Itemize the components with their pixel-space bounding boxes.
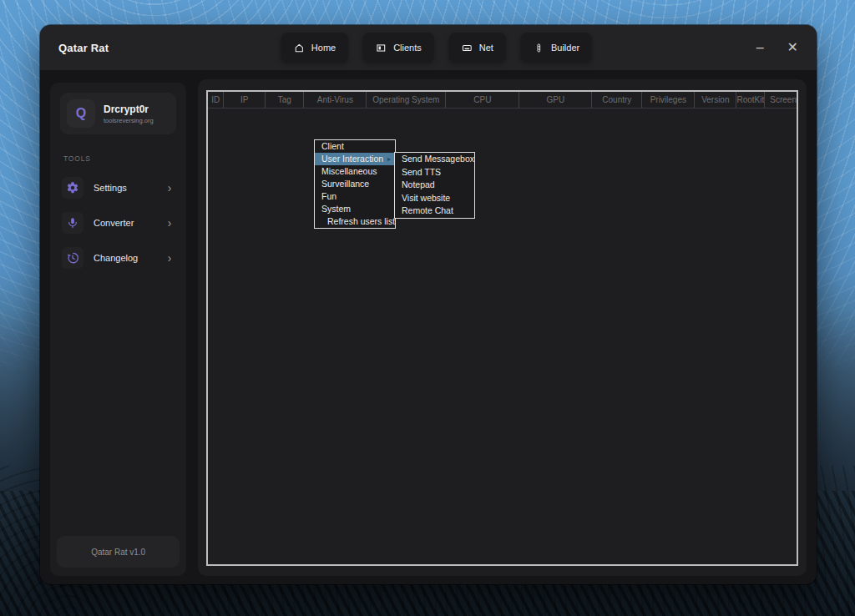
chevron-right-icon: › bbox=[168, 252, 175, 264]
context-menu-item-miscellaneous[interactable]: Miscellaneous bbox=[315, 165, 395, 178]
nav-builder-label: Builder bbox=[551, 43, 579, 53]
minimize-icon[interactable]: – bbox=[753, 38, 767, 58]
column-header-country[interactable]: Country bbox=[592, 92, 642, 108]
profile-text: Drcrypt0r toolsreversing.org bbox=[104, 104, 154, 124]
profile-card[interactable]: Q Drcrypt0r toolsreversing.org bbox=[60, 93, 176, 134]
chevron-right-icon: › bbox=[168, 217, 175, 229]
version-badge: Qatar Rat v1.0 bbox=[57, 536, 180, 568]
home-icon bbox=[294, 43, 305, 53]
submenu-item-notepad[interactable]: Notepad bbox=[395, 179, 474, 192]
submenu-item-send-messagebox[interactable]: Send Messagebox bbox=[395, 153, 474, 166]
close-icon[interactable]: ✕ bbox=[784, 38, 802, 58]
table-header-row: ID IP Tag Anti-Virus Operating System CP… bbox=[208, 92, 797, 109]
profile-subtitle: toolsreversing.org bbox=[104, 117, 154, 124]
sidebar-item-settings[interactable]: Settings › bbox=[57, 171, 180, 204]
sidebar: Q Drcrypt0r toolsreversing.org TOOLS Set… bbox=[50, 83, 186, 576]
avatar-initial: Q bbox=[76, 106, 86, 121]
column-header-os[interactable]: Operating System bbox=[367, 92, 446, 108]
app-window: Qatar Rat Home Clients bbox=[40, 25, 817, 584]
sidebar-item-converter-label: Converter bbox=[94, 218, 158, 228]
sidebar-item-changelog[interactable]: Changelog › bbox=[57, 241, 180, 275]
context-menu: Client User Interaction ▸ Miscellaneous … bbox=[314, 139, 396, 229]
column-header-cpu[interactable]: CPU bbox=[446, 92, 519, 108]
submenu-item-remote-chat[interactable]: Remote Chat bbox=[395, 204, 474, 218]
gear-icon bbox=[62, 177, 83, 199]
nav-clients-label: Clients bbox=[393, 43, 422, 53]
avatar: Q bbox=[67, 99, 95, 128]
submenu-item-visit-website[interactable]: Visit website bbox=[395, 192, 474, 205]
column-header-privileges[interactable]: Privileges bbox=[642, 92, 695, 108]
nav-net-label: Net bbox=[479, 43, 493, 53]
nav-builder-button[interactable]: Builder bbox=[521, 33, 592, 63]
context-menu-item-refresh-users-list[interactable]: Refresh users list bbox=[315, 215, 395, 228]
context-menu-item-client[interactable]: Client bbox=[315, 140, 395, 153]
chevron-right-icon: › bbox=[168, 182, 175, 194]
column-header-gpu[interactable]: GPU bbox=[519, 92, 592, 108]
context-menu-item-surveillance[interactable]: Surveillance bbox=[315, 178, 395, 190]
column-header-ip[interactable]: IP bbox=[224, 92, 266, 108]
clients-icon bbox=[376, 43, 387, 53]
column-header-antivirus[interactable]: Anti-Virus bbox=[304, 92, 367, 108]
submenu-item-send-tts[interactable]: Send TTS bbox=[395, 166, 474, 179]
nav-home-label: Home bbox=[311, 43, 336, 53]
column-header-screen[interactable]: Screen bbox=[765, 92, 797, 108]
context-menu-item-fun[interactable]: Fun bbox=[315, 190, 395, 203]
clients-table: ID IP Tag Anti-Virus Operating System CP… bbox=[206, 90, 798, 566]
window-controls: – ✕ bbox=[753, 25, 802, 70]
sidebar-item-changelog-label: Changelog bbox=[94, 253, 158, 263]
profile-name: Drcrypt0r bbox=[104, 104, 154, 115]
converter-icon bbox=[62, 212, 83, 234]
history-icon bbox=[62, 247, 83, 269]
titlebar: Qatar Rat Home Clients bbox=[40, 25, 817, 70]
sidebar-item-settings-label: Settings bbox=[94, 183, 158, 193]
submenu-arrow-icon: ▸ bbox=[387, 153, 391, 165]
window-body: Q Drcrypt0r toolsreversing.org TOOLS Set… bbox=[40, 70, 817, 584]
builder-icon bbox=[534, 43, 544, 53]
nav-clients-button[interactable]: Clients bbox=[363, 33, 434, 63]
nav-net-button[interactable]: Net bbox=[449, 33, 506, 63]
column-header-tag[interactable]: Tag bbox=[266, 92, 304, 108]
sidebar-item-converter[interactable]: Converter › bbox=[57, 206, 180, 240]
column-header-rootkit[interactable]: RootKit bbox=[736, 92, 765, 108]
main-panel: ID IP Tag Anti-Virus Operating System CP… bbox=[198, 79, 807, 576]
column-header-id[interactable]: ID bbox=[208, 92, 224, 108]
net-icon bbox=[462, 43, 473, 53]
nav-bar: Home Clients Net bbox=[281, 33, 592, 63]
context-menu-item-system[interactable]: System bbox=[315, 203, 395, 215]
tools-section-label: TOOLS bbox=[63, 154, 180, 163]
user-interaction-submenu: Send Messagebox Send TTS Notepad Visit w… bbox=[394, 152, 475, 219]
nav-home-button[interactable]: Home bbox=[281, 33, 348, 63]
context-menu-item-user-interaction-label: User Interaction bbox=[321, 154, 383, 164]
desktop-background: Qatar Rat Home Clients bbox=[0, 0, 855, 616]
column-header-version[interactable]: Version bbox=[695, 92, 736, 108]
context-menu-item-user-interaction[interactable]: User Interaction ▸ bbox=[315, 153, 395, 165]
app-title: Qatar Rat bbox=[40, 42, 109, 54]
